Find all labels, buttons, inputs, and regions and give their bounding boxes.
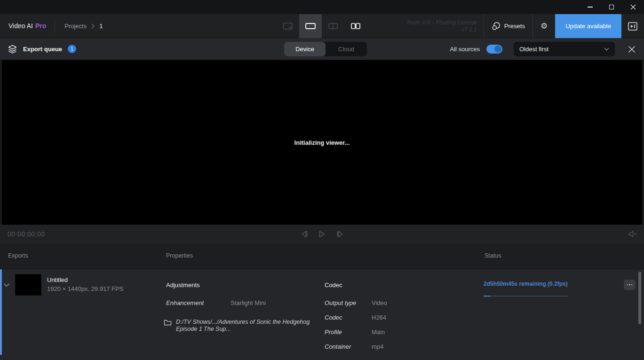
- export-row[interactable]: Untitled 1920 × 1440px, 29.917 FPS Adjus…: [0, 269, 644, 360]
- play-button[interactable]: [317, 229, 327, 239]
- codec-label: Codec: [325, 314, 342, 321]
- gear-icon: ⚙: [541, 21, 548, 31]
- view-side-by-side-button[interactable]: [344, 14, 367, 38]
- viewer-canvas: Initializing viewer...: [2, 60, 642, 225]
- toggle-knob: [494, 46, 501, 53]
- titlebar: [0, 0, 644, 14]
- breadcrumb: Projects 1: [55, 14, 112, 38]
- panel-toggle-icon: [628, 22, 637, 31]
- folder-icon: [164, 319, 172, 328]
- previous-frame-icon: [300, 230, 309, 238]
- layers-icon: [8, 45, 17, 54]
- video-thumbnail[interactable]: [15, 274, 41, 296]
- toggle-panel-button[interactable]: [621, 14, 644, 38]
- minimize-button[interactable]: [579, 0, 601, 14]
- app-logo: Video AI Pro: [0, 14, 55, 38]
- enhancement-value: Starlight Mini: [231, 299, 266, 306]
- app-tier-badge: Pro: [35, 22, 46, 30]
- queue-table-header: Exports Properties Status: [0, 243, 644, 269]
- play-icon: [318, 230, 326, 238]
- license-info: Team V.R - Floating License v7.1.1: [394, 14, 484, 38]
- column-header-status: Status: [485, 252, 501, 259]
- chevron-right-icon: [91, 23, 95, 29]
- app-header: Video AI Pro Projects 1 Team V.: [0, 14, 644, 38]
- update-available-button[interactable]: Update available: [555, 14, 621, 38]
- container-value: mp4: [372, 343, 383, 350]
- output-path-line2: Episode 1 The Sup...: [176, 326, 317, 333]
- minimize-icon: [588, 7, 593, 8]
- transport-controls: [0, 229, 644, 239]
- sort-order-dropdown[interactable]: Oldest first: [514, 42, 615, 56]
- close-icon: [630, 4, 636, 10]
- app-name: Video AI: [8, 22, 33, 30]
- enhancement-label: Enhancement: [166, 299, 204, 306]
- device-cloud-segmented-control: Device Cloud: [284, 42, 367, 56]
- split-view-icon: [328, 23, 338, 30]
- ellipsis-icon: [627, 284, 628, 286]
- row-selected-accent: [0, 269, 2, 355]
- fit-view-icon: [283, 23, 293, 30]
- output-path-line1: D:/TV Shows/.../Adventures of Sonic the …: [176, 319, 317, 326]
- view-split-button[interactable]: [322, 14, 344, 38]
- export-queue-title: Export queue: [23, 46, 62, 53]
- codec-heading: Codec: [325, 282, 342, 289]
- close-button[interactable]: [622, 0, 644, 14]
- license-version: v7.1.1: [461, 26, 477, 33]
- maximize-button[interactable]: [601, 0, 622, 14]
- update-label: Update available: [565, 23, 611, 30]
- view-single-button[interactable]: [299, 14, 322, 38]
- mute-button[interactable]: [628, 230, 637, 238]
- viewer-status-text: Initializing viewer...: [294, 139, 350, 146]
- output-type-value: Video: [372, 299, 387, 306]
- volume-muted-icon: [628, 230, 637, 238]
- app-window: Video AI Pro Projects 1 Team V.: [0, 0, 644, 360]
- column-header-properties: Properties: [166, 252, 193, 259]
- export-queue-bar: Export queue 1 Device Cloud All sources …: [0, 38, 644, 60]
- profile-value: Main: [372, 329, 385, 336]
- maximize-icon: [609, 5, 614, 9]
- row-menu-button[interactable]: [624, 280, 636, 290]
- view-fit-button[interactable]: [277, 14, 299, 38]
- side-by-side-view-icon: [351, 23, 360, 29]
- codec-value: H264: [372, 314, 386, 321]
- header-right: Team V.R - Floating License v7.1.1 Prese…: [394, 14, 644, 38]
- sort-order-value: Oldest first: [519, 46, 549, 53]
- chevron-down-icon: [3, 283, 10, 287]
- single-view-icon: [305, 23, 316, 29]
- export-status-text: 2d5h50m45s remaining (0.2fps): [484, 281, 568, 287]
- container-label: Container: [325, 343, 351, 350]
- breadcrumb-current: 1: [99, 23, 103, 30]
- vertical-scrollbar[interactable]: [638, 272, 641, 324]
- next-frame-button[interactable]: [335, 229, 345, 239]
- all-sources-toggle[interactable]: [486, 45, 502, 54]
- breadcrumb-projects[interactable]: Projects: [64, 23, 87, 30]
- next-frame-icon: [336, 230, 344, 238]
- close-icon: [628, 46, 636, 53]
- progress-fill: [484, 296, 490, 297]
- export-metadata: 1920 × 1440px, 29.917 FPS: [47, 285, 123, 292]
- chevron-down-icon: [604, 47, 609, 51]
- license-name: Team V.R - Floating License: [406, 19, 477, 26]
- presets-button[interactable]: Presets: [484, 14, 533, 38]
- viewer-area: Initializing viewer...: [0, 60, 644, 225]
- transport-bar: 00:00:00;00: [0, 225, 644, 243]
- close-queue-button[interactable]: [625, 46, 644, 53]
- view-mode-group: [277, 14, 367, 38]
- queue-count-badge: 1: [68, 45, 76, 53]
- row-expand-button[interactable]: [3, 281, 10, 289]
- segment-device[interactable]: Device: [284, 42, 326, 56]
- settings-button[interactable]: ⚙: [533, 14, 555, 38]
- presets-label: Presets: [504, 23, 525, 30]
- previous-frame-button[interactable]: [299, 229, 310, 239]
- profile-label: Profile: [325, 329, 342, 336]
- export-progress-bar: [484, 296, 568, 297]
- export-title: Untitled: [47, 276, 68, 283]
- segment-cloud[interactable]: Cloud: [326, 42, 367, 56]
- queue-bar-right: All sources Oldest first: [450, 38, 644, 60]
- output-path[interactable]: D:/TV Shows/.../Adventures of Sonic the …: [176, 319, 317, 333]
- presets-icon: [492, 22, 501, 31]
- output-type-label: Output type: [325, 299, 356, 306]
- adjustments-heading: Adjustments: [166, 282, 200, 289]
- column-header-exports: Exports: [8, 252, 28, 259]
- export-queue-title-group: Export queue 1: [0, 45, 76, 54]
